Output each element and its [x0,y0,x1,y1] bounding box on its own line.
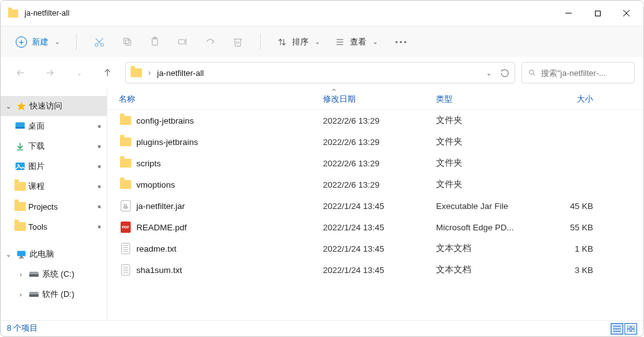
file-row[interactable]: sha1sum.txt2022/1/24 13:45文本文档3 KB [107,259,643,281]
close-button[interactable] [612,1,641,26]
svg-rect-38 [19,257,24,258]
search-input[interactable] [541,68,628,78]
folder-icon [120,180,131,189]
recent-button[interactable]: ⌄ [67,62,90,84]
folder-icon [14,201,26,212]
details-view-button[interactable] [611,323,623,334]
file-row[interactable]: config-jetbrains2022/2/6 13:29文件夹 [107,110,643,131]
file-type: Microsoft Edge PD... [436,223,537,232]
sidebar-label: 系统 (C:) [42,269,74,280]
up-button[interactable] [96,62,119,84]
file-row[interactable]: plugins-jetbrains2022/2/6 13:29文件夹 [107,131,643,152]
file-type: 文件夹 [436,158,537,169]
sidebar-item-projects[interactable]: Projects ✦ [1,196,107,217]
chevron-right-icon: › [16,291,26,298]
svg-point-21 [395,41,397,43]
sidebar-item-quick-access[interactable]: ⌄ 快速访问 [1,96,107,116]
pin-icon: ✦ [94,201,104,211]
file-type: 文件夹 [436,115,537,126]
chevron-down-icon: ⌄ [77,70,82,77]
star-icon [16,100,27,112]
computer-icon [16,249,27,260]
address-bar[interactable]: › ja-netfilter-all ⌄ [125,62,515,83]
svg-rect-50 [631,329,635,332]
file-row[interactable]: vmoptions2022/2/6 13:29文件夹 [107,174,643,195]
minimize-button[interactable] [554,1,583,26]
column-header-date[interactable]: 修改日期 [323,94,436,105]
thumbnails-view-button[interactable] [625,323,637,334]
sidebar-item-this-pc[interactable]: ⌄ 此电脑 [1,244,107,264]
file-size: 45 KB [537,201,593,211]
file-size: 55 KB [537,223,593,232]
copy-button[interactable] [114,31,139,53]
sort-indicator-icon: ⌃ [330,87,337,97]
sidebar-label: 软件 (D:) [42,289,74,300]
sidebar-item-desktop[interactable]: 桌面 ✦ [1,116,107,136]
forward-button[interactable] [38,62,61,84]
file-date: 2022/2/6 13:29 [323,180,436,190]
file-date: 2022/2/6 13:29 [323,159,436,168]
sidebar-label: Tools [28,222,47,232]
status-bar: 8 个项目 [1,320,643,336]
svg-rect-8 [125,40,131,45]
column-header-name[interactable]: 名称 [119,94,323,105]
file-row[interactable]: ja-netfilter.jar2022/1/24 13:45Executabl… [107,195,643,217]
column-header-type[interactable]: 类型 [436,94,537,105]
sidebar-item-pictures[interactable]: 图片 ✦ [1,156,107,176]
pin-icon: ✦ [94,181,104,191]
sort-label: 排序 [292,36,308,48]
address-folder-icon [131,68,142,77]
column-header-size[interactable]: 大小 [537,94,593,105]
file-size: 1 KB [537,244,593,254]
file-row[interactable]: scripts2022/2/6 13:29文件夹 [107,152,643,174]
sidebar-label: 此电脑 [30,249,54,260]
sort-button[interactable]: 排序 ⌄ [271,33,326,51]
sidebar-label: 桌面 [28,120,45,132]
window-folder-icon [8,9,18,18]
file-date: 2022/2/6 13:29 [323,116,436,126]
chevron-down-icon[interactable]: ⌄ [486,70,491,77]
file-type: 文件夹 [436,179,537,190]
delete-button[interactable] [225,31,250,53]
main-area: ⌄ 快速访问 桌面 ✦ 下载 ✦ 图片 ✦ 课程 ✦ Projects ✦ [1,88,643,321]
sidebar-item-drive-c[interactable]: › 系统 (C:) [1,264,107,284]
file-name: vmoptions [136,180,175,190]
chevron-down-icon: ⌄ [55,38,60,45]
svg-marker-29 [17,102,25,110]
chevron-down-icon: ⌄ [315,38,320,45]
desktop-icon [14,120,26,132]
file-type: 文本文档 [436,264,537,275]
file-name: plugins-jetbrains [136,137,198,147]
rename-button[interactable] [170,31,195,53]
search-box[interactable] [521,62,635,83]
file-type: Executable Jar File [436,201,537,211]
folder-icon [14,221,26,232]
window-controls [554,1,641,26]
file-row[interactable]: PDFREADME.pdf2022/1/24 13:45Microsoft Ed… [107,217,643,238]
sidebar-item-drive-d[interactable]: › 软件 (D:) [1,284,107,304]
new-button[interactable]: + 新建 ⌄ [9,33,66,51]
paste-button[interactable] [142,31,167,53]
pictures-icon [14,161,26,172]
back-button[interactable] [9,62,32,84]
view-button[interactable]: 查看 ⌄ [329,33,384,51]
file-date: 2022/1/24 13:45 [323,201,436,211]
svg-line-28 [533,74,535,76]
refresh-icon[interactable] [500,68,510,78]
sidebar-item-downloads[interactable]: 下载 ✦ [1,136,107,156]
sidebar-item-tools[interactable]: Tools ✦ [1,217,107,237]
nav-row: ⌄ › ja-netfilter-all ⌄ [1,57,643,88]
more-button[interactable] [386,31,415,53]
folder-icon [120,137,131,146]
sidebar-label: 图片 [28,161,45,172]
maximize-button[interactable] [583,1,612,26]
file-name: README.pdf [136,223,187,232]
address-actions: ⌄ [485,68,510,78]
jar-file-icon [121,200,131,211]
cut-button[interactable] [87,31,112,53]
svg-point-22 [400,41,401,43]
file-row[interactable]: readme.txt2022/1/24 13:45文本文档1 KB [107,238,643,259]
share-button[interactable] [197,31,222,53]
item-count: 8 个项目 [7,323,38,334]
sidebar-item-courses[interactable]: 课程 ✦ [1,176,107,196]
